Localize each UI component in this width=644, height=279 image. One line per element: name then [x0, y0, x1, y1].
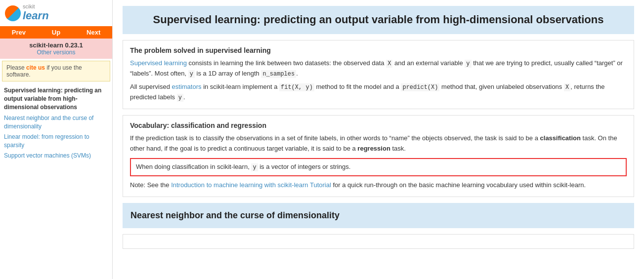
section1-para2: All supervised estimators in scikit-lear…: [130, 82, 627, 103]
highlight-box: When doing classification in scikit-lear…: [130, 158, 627, 176]
main-title: Supervised learning: predicting an outpu…: [130, 13, 626, 27]
nav-bar: Prev Up Next: [0, 26, 112, 39]
next-button[interactable]: Next: [75, 26, 112, 39]
main-content: Supervised learning: predicting an outpu…: [113, 0, 644, 279]
sidebar-link-svm[interactable]: Support vector machines (SVMs): [4, 152, 108, 160]
section1-box: The problem solved in supervised learnin…: [123, 40, 634, 110]
tutorial-link[interactable]: Introduction to machine learning with sc…: [171, 181, 331, 189]
cite-link[interactable]: cite us: [26, 64, 45, 71]
classification-bold: classification: [540, 134, 581, 142]
cite-box: Please cite us if you use the software.: [2, 61, 110, 81]
sidebar-nav: Supervised learning: predicting an outpu…: [0, 83, 112, 164]
y-code: y: [177, 94, 183, 102]
sidebar-link-nearest-neighbor[interactable]: Nearest neighbor and the curse of dimens…: [4, 114, 108, 131]
logo-text: scikit learn: [23, 4, 49, 22]
section2-box: Vocabulary: classification and regressio…: [123, 115, 634, 197]
logo-scikit-text: scikit: [23, 4, 49, 9]
section2-title: Vocabulary: classification and regressio…: [130, 121, 627, 129]
section1-title: The problem solved in supervised learnin…: [130, 46, 627, 54]
sidebar-link-linear-model[interactable]: Linear model: from regression to sparsit…: [4, 133, 108, 150]
prev-button[interactable]: Prev: [0, 26, 38, 39]
section1-para1: Supervised learning consists in learning…: [130, 58, 627, 79]
regression-bold: regression: [357, 145, 390, 152]
up-button[interactable]: Up: [38, 26, 75, 39]
logo-area: scikit learn: [0, 0, 112, 26]
section2-note: Note: See the Introduction to machine le…: [130, 180, 627, 191]
x-code: X: [564, 83, 570, 91]
fit-code: fit(X, y): [279, 83, 314, 91]
logo-learn-text: learn: [23, 9, 49, 22]
current-page-label: Supervised learning: predicting an outpu…: [4, 86, 108, 111]
y-highlight-code: y: [251, 163, 258, 171]
main-title-box: Supervised learning: predicting an outpu…: [123, 6, 634, 34]
cite-prefix: Please: [6, 64, 26, 71]
estimators-link[interactable]: estimators: [172, 83, 202, 90]
n-samples-code: n_samples: [261, 70, 296, 78]
version-box: scikit-learn 0.23.1 Other versions: [0, 39, 112, 59]
version-title: scikit-learn 0.23.1: [2, 41, 110, 49]
section3-title: Nearest neighbor and the curse of dimens…: [130, 210, 626, 221]
predict-code: predict(X): [401, 83, 439, 91]
section2-para1: If the prediction task is to classify th…: [130, 133, 627, 154]
other-versions-link[interactable]: Other versions: [37, 49, 75, 56]
sidebar: scikit learn Prev Up Next scikit-learn 0…: [0, 0, 113, 279]
section3-content-placeholder: [123, 234, 634, 249]
supervised-learning-link[interactable]: Supervised learning: [130, 59, 187, 67]
scikit-logo-icon: [5, 5, 21, 21]
section3-header: Nearest neighbor and the curse of dimens…: [123, 203, 634, 228]
